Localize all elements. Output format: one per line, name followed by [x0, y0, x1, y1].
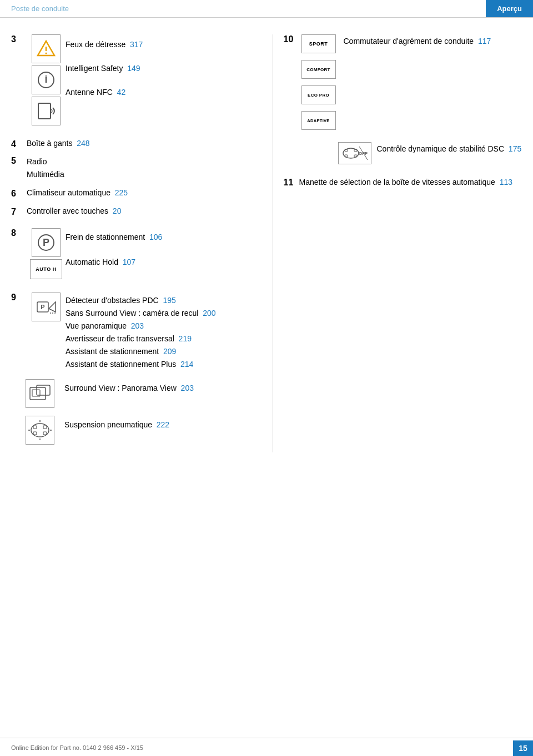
- item-6-text: Climatiseur automatique 225: [27, 187, 250, 200]
- suspension-icon-box: [26, 416, 54, 445]
- page-header: Poste de conduite Aperçu: [0, 0, 533, 18]
- item-8-entry-2-label: Automatic Hold: [66, 258, 118, 266]
- item-9-entry-3-label: Vue panoramique: [66, 321, 127, 330]
- item-7-number: 7: [11, 207, 27, 217]
- item-10-dsc: OFF Contrôle dynamique de stabilité DSC …: [338, 142, 522, 167]
- eco-pro-button: ECO PRO: [301, 85, 336, 104]
- item-9-entry-5-label: Assistant de stationnement: [66, 347, 159, 356]
- item-8-entry-2-page: 107: [123, 258, 135, 266]
- main-content: 3 i: [0, 18, 533, 463]
- warning-triangle-icon: [32, 34, 61, 63]
- item-9-extra-2-text: Suspension pneumatique 222: [64, 416, 250, 429]
- comfort-button: COMFORT: [301, 60, 336, 79]
- item-10: 10 SPORT COMFORT ECO PRO ADAPTIVE Commut…: [284, 34, 522, 133]
- svg-text:P: P: [43, 237, 49, 248]
- svg-rect-17: [43, 426, 47, 429]
- item-4: 4 Boîte à gants 248: [11, 138, 250, 150]
- surround-view-icon-box: [26, 379, 54, 408]
- page-number-box: 15: [513, 740, 533, 756]
- item-8: 8 P AUTO H Frein de stationnement 106 Au…: [11, 228, 250, 283]
- auto-hold-icon: AUTO H: [30, 259, 62, 279]
- nfc-antenna-icon: [32, 97, 61, 125]
- item-9-extra-1: Surround View : Panorama View 203: [26, 379, 250, 410]
- item-8-number: 8: [11, 228, 27, 238]
- right-column: 10 SPORT COMFORT ECO PRO ADAPTIVE Commut…: [272, 34, 522, 452]
- item-4-page: 248: [77, 139, 89, 148]
- poste-de-conduite-label: Poste de conduite: [11, 4, 69, 13]
- item-3: 3 i: [11, 34, 250, 128]
- suspension-icon: [26, 416, 64, 447]
- header-right-title: Aperçu: [486, 0, 533, 17]
- item-3-entry-2-page: 149: [127, 64, 140, 73]
- item-8-entry-1-label: Frein de stationnement: [66, 233, 145, 241]
- item-11-page: 113: [500, 178, 512, 187]
- svg-text:P: P: [41, 304, 44, 310]
- item-9: 9 P Détecteur d'obstacles PDC 195 Sans S…: [11, 293, 250, 371]
- item-3-entry-2-label: Intelligent Safety: [66, 64, 123, 73]
- item-3-entry-1-page: 317: [130, 40, 143, 49]
- item-10-icons: SPORT COMFORT ECO PRO ADAPTIVE: [299, 34, 338, 133]
- item-4-text: Boîte à gants 248: [27, 138, 250, 150]
- item-6: 6 Climatiseur automatique 225: [11, 187, 250, 200]
- item-7-page: 20: [113, 206, 122, 215]
- apercu-label: Aperçu: [497, 4, 522, 13]
- item-4-label: Boîte à gants: [27, 139, 73, 148]
- item-11-number: 11: [284, 178, 299, 188]
- pdc-icon: P: [32, 293, 61, 321]
- item-5-label: Radio: [27, 157, 47, 166]
- sport-button: SPORT: [301, 34, 336, 53]
- item-10-dsc-text: Contrôle dynamique de stabilité DSC 175: [377, 142, 522, 153]
- item-9-entry-2-label: Sans Surround View : caméra de recul: [66, 309, 198, 317]
- svg-rect-16: [33, 426, 37, 429]
- item-11-text: Manette de sélection de la boîte de vite…: [299, 178, 522, 187]
- item-9-entry-1-label: Détecteur d'obstacles PDC: [66, 296, 159, 305]
- item-9-entry-5-page: 209: [163, 347, 176, 356]
- item-3-entry-3-label: Antenne NFC: [66, 88, 113, 97]
- item-9-entry-4-label: Avertisseur de trafic transversal: [66, 334, 174, 343]
- item-5-text: Radio Multimédia: [27, 156, 250, 182]
- surround-view-icon: [26, 379, 64, 410]
- item-10-label: Commutateur d'agrément de conduite: [344, 37, 474, 46]
- item-7-label: Controller avec touches: [27, 206, 108, 215]
- item-11: 11 Manette de sélection de la boîte de v…: [284, 178, 522, 188]
- item-4-number: 4: [11, 139, 27, 149]
- footer: Online Edition for Part no. 0140 2 966 4…: [0, 738, 533, 756]
- svg-text:i: i: [44, 74, 47, 85]
- item-8-text: Frein de stationnement 106 Automatic Hol…: [66, 228, 250, 269]
- svg-text:OFF: OFF: [359, 151, 368, 156]
- item-5-number: 5: [11, 156, 27, 166]
- item-10-number: 10: [284, 34, 299, 44]
- header-left-title: Poste de conduite: [0, 4, 486, 13]
- adaptive-button: ADAPTIVE: [301, 111, 336, 130]
- item-9-extra-2: Suspension pneumatique 222: [26, 416, 250, 447]
- item-8-icons: P AUTO H: [27, 228, 66, 283]
- surround-view-label: Surround View : Panorama View: [64, 384, 177, 392]
- item-9-entry-3-page: 203: [131, 321, 144, 330]
- item-9-icons: P: [27, 293, 66, 327]
- dsc-label: Contrôle dynamique de stabilité DSC: [377, 144, 505, 153]
- item-10-text: Commutateur d'agrément de conduite 117: [344, 34, 522, 46]
- svg-rect-5: [38, 103, 51, 119]
- intelligent-safety-icon: i: [32, 65, 61, 94]
- item-3-entry-3-page: 42: [117, 88, 126, 97]
- dsc-icon: OFF: [338, 142, 377, 167]
- svg-rect-13: [37, 385, 50, 395]
- page-number: 15: [519, 744, 527, 753]
- parking-brake-icon: P: [32, 228, 61, 257]
- item-3-entry-1-label: Feux de détresse: [66, 40, 125, 49]
- item-9-number: 9: [11, 293, 27, 303]
- item-9-entry-1-page: 195: [163, 296, 175, 305]
- item-3-icons: i: [27, 34, 66, 128]
- item-9-entry-6-page: 214: [180, 360, 193, 369]
- copyright-text: Online Edition for Part no. 0140 2 966 4…: [11, 744, 143, 751]
- svg-rect-18: [33, 432, 37, 435]
- item-7-text: Controller avec touches 20: [27, 205, 250, 218]
- svg-point-2: [46, 53, 47, 54]
- item-6-page: 225: [115, 188, 128, 197]
- suspension-label: Suspension pneumatique: [64, 420, 152, 429]
- item-5: 5 Radio Multimédia: [11, 156, 250, 182]
- item-7: 7 Controller avec touches 20: [11, 205, 250, 218]
- suspension-page: 222: [157, 420, 169, 429]
- svg-point-24: [343, 148, 359, 158]
- item-3-number: 3: [11, 34, 27, 44]
